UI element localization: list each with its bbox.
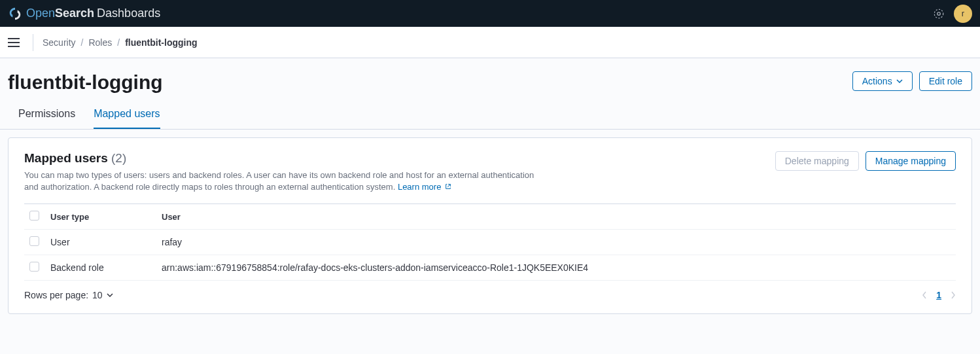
chevron-down-icon (896, 79, 903, 83)
cell-user-type: User (45, 230, 156, 255)
select-all-checkbox[interactable] (29, 211, 39, 221)
page-header: fluentbit-logging Actions Edit role Perm… (0, 58, 980, 130)
divider (33, 34, 33, 51)
opensearch-logo-icon (8, 7, 22, 21)
logo-text: OpenSearch Dashboards (26, 7, 160, 20)
logo-open: Open (26, 7, 55, 20)
pagination: 1 (922, 290, 956, 300)
rows-per-page-value: 10 (92, 290, 103, 300)
page-actions: Actions Edit role (852, 71, 972, 91)
logo-dashboards: Dashboards (97, 7, 160, 20)
actions-dropdown[interactable]: Actions (852, 71, 913, 91)
panel-title-text: Mapped users (24, 151, 108, 165)
subheader: Security / Roles / fluentbit-logging (0, 27, 980, 58)
next-page-icon[interactable] (951, 291, 956, 299)
page-number[interactable]: 1 (936, 290, 941, 300)
prev-page-icon[interactable] (922, 291, 927, 299)
edit-role-button[interactable]: Edit role (919, 71, 972, 91)
panel-header: Mapped users (2) You can map two types o… (24, 151, 956, 204)
table-header-row: User type User (24, 204, 956, 230)
external-link-icon (445, 183, 451, 190)
cell-user: arn:aws:iam::679196758854:role/rafay-doc… (156, 255, 956, 281)
panel-title-count: (2) (111, 151, 126, 165)
cell-user-type: Backend role (45, 255, 156, 281)
col-user-type[interactable]: User type (45, 204, 156, 230)
edit-role-label: Edit role (929, 76, 962, 86)
svg-point-1 (937, 12, 941, 15)
learn-more-text: Learn more (398, 182, 441, 192)
rows-per-page[interactable]: Rows per page: 10 (24, 290, 113, 300)
delete-mapping-label: Delete mapping (785, 156, 849, 166)
chevron-down-icon (107, 293, 113, 297)
breadcrumb-separator: / (81, 37, 84, 48)
topbar-right: r (933, 5, 972, 23)
panel-buttons: Delete mapping Manage mapping (775, 151, 956, 171)
delete-mapping-button: Delete mapping (775, 151, 859, 171)
help-icon[interactable] (933, 8, 945, 20)
logo[interactable]: OpenSearch Dashboards (8, 7, 160, 21)
page-title: fluentbit-logging (8, 71, 163, 94)
row-checkbox[interactable] (29, 236, 39, 246)
manage-mapping-label: Manage mapping (875, 156, 946, 166)
avatar-letter: r (962, 9, 964, 18)
rows-per-page-label: Rows per page: (24, 290, 88, 300)
manage-mapping-button[interactable]: Manage mapping (866, 151, 956, 171)
panel-title: Mapped users (2) (24, 151, 126, 165)
table-row: User rafay (24, 230, 956, 255)
breadcrumb-security[interactable]: Security (43, 37, 76, 48)
topbar: OpenSearch Dashboards r (0, 0, 980, 27)
learn-more-link[interactable]: Learn more (398, 182, 451, 192)
avatar[interactable]: r (954, 5, 972, 23)
panel-description: You can map two types of users: users an… (24, 169, 548, 193)
cell-user: rafay (156, 230, 956, 255)
svg-point-0 (934, 9, 943, 18)
table-footer: Rows per page: 10 1 (24, 281, 956, 300)
table-row: Backend role arn:aws:iam::679196758854:r… (24, 255, 956, 281)
menu-icon[interactable] (8, 35, 24, 50)
panel-title-block: Mapped users (2) You can map two types o… (24, 151, 548, 193)
row-checkbox[interactable] (29, 262, 39, 272)
panel-description-text: You can map two types of users: users an… (24, 170, 534, 192)
breadcrumb: Security / Roles / fluentbit-logging (43, 37, 198, 48)
mapped-users-panel: Mapped users (2) You can map two types o… (8, 137, 972, 314)
breadcrumb-current: fluentbit-logging (125, 37, 197, 48)
breadcrumb-separator: / (117, 37, 120, 48)
page-header-row: fluentbit-logging Actions Edit role (8, 66, 972, 94)
actions-label: Actions (862, 76, 892, 86)
mapped-users-table: User type User User rafay Backend role a… (24, 204, 956, 281)
breadcrumb-roles[interactable]: Roles (88, 37, 112, 48)
tab-mapped-users[interactable]: Mapped users (94, 103, 160, 129)
tab-permissions[interactable]: Permissions (18, 103, 75, 129)
tabs: Permissions Mapped users (8, 103, 972, 129)
select-all-cell (24, 204, 45, 230)
logo-search: Search (55, 7, 94, 20)
col-user[interactable]: User (156, 204, 956, 230)
